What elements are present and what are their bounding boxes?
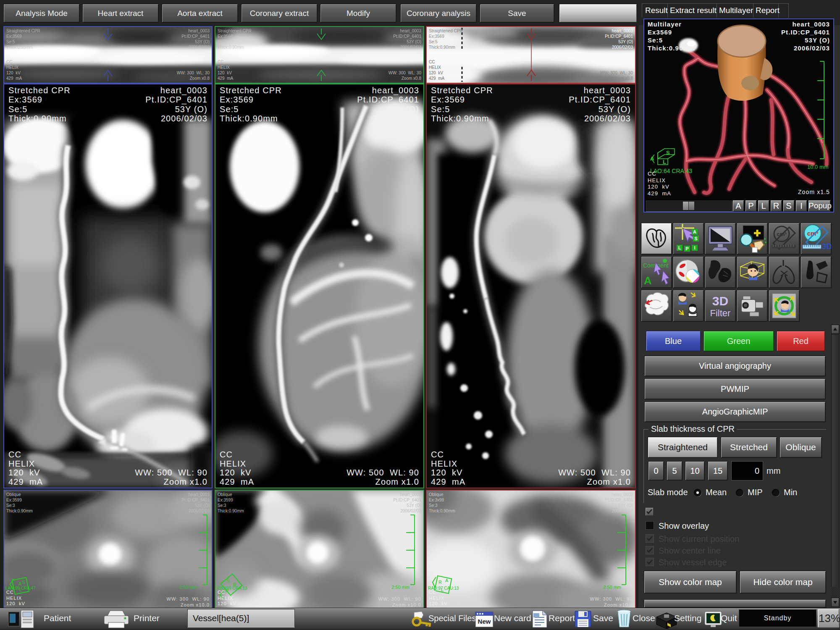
svg-text:L: L: [678, 245, 681, 250]
svg-text:P: P: [685, 246, 688, 251]
svg-text:A: A: [644, 274, 652, 287]
svg-text:A: A: [650, 155, 654, 162]
svg-text:Oi: Oi: [414, 620, 418, 625]
svg-text:3D: 3D: [712, 294, 728, 308]
svg-text:S: S: [694, 236, 697, 241]
svg-text:L: L: [663, 159, 666, 165]
svg-text:A: A: [693, 229, 696, 234]
svg-text:I: I: [694, 245, 695, 250]
svg-text:Filter: Filter: [710, 308, 731, 318]
svg-text:S: S: [666, 150, 670, 156]
svg-text:3D: 3D: [822, 242, 831, 251]
svg-text:10.0 mm: 10.0 mm: [807, 164, 829, 170]
svg-text:New: New: [478, 618, 491, 625]
